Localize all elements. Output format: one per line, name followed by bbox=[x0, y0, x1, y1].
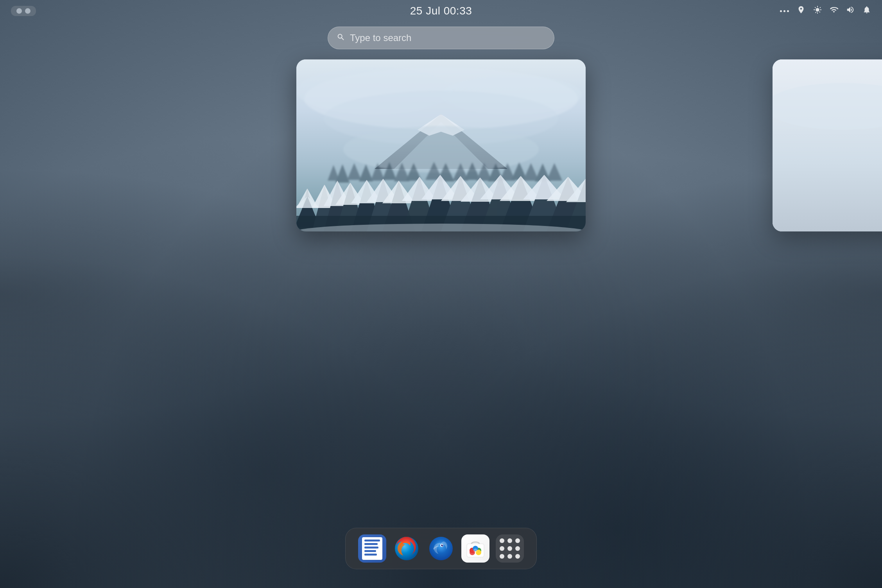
forest-svg bbox=[296, 59, 586, 231]
workspace-card-main[interactable] bbox=[296, 59, 586, 231]
grid-dot-3 bbox=[515, 538, 520, 543]
svg-point-65 bbox=[773, 83, 882, 130]
app-grid-graphic bbox=[496, 534, 524, 563]
svg-point-70 bbox=[442, 545, 443, 545]
notepad-line-3 bbox=[364, 547, 378, 549]
flathub-svg bbox=[464, 538, 486, 559]
notification-icon[interactable] bbox=[862, 5, 871, 16]
grid-dot-8 bbox=[507, 554, 512, 559]
top-bar: 25 Jul 00:33 bbox=[0, 0, 882, 22]
grid-dot-9 bbox=[515, 554, 520, 559]
svg-point-69 bbox=[441, 545, 443, 547]
window-dot-1 bbox=[16, 8, 22, 14]
wifi-icon[interactable] bbox=[830, 5, 838, 16]
more-dot-3 bbox=[787, 10, 789, 12]
app-grid-icon[interactable] bbox=[496, 534, 524, 563]
dock bbox=[345, 528, 537, 569]
svg-point-8 bbox=[343, 126, 539, 173]
notepad-line-1 bbox=[364, 540, 380, 541]
svg-point-78 bbox=[473, 549, 477, 552]
thunderbird-icon-svg bbox=[428, 535, 454, 562]
search-container bbox=[328, 27, 554, 49]
notepad-line-4 bbox=[364, 550, 376, 552]
top-bar-left bbox=[11, 6, 36, 16]
notepad-line-5 bbox=[364, 554, 377, 556]
secondary-preview bbox=[773, 59, 882, 231]
desktop-preview bbox=[296, 59, 586, 231]
volume-icon[interactable] bbox=[846, 5, 855, 16]
brightness-icon[interactable] bbox=[813, 5, 822, 16]
grid-dot-6 bbox=[515, 546, 520, 551]
window-dot-2 bbox=[25, 8, 30, 14]
location-icon[interactable] bbox=[797, 5, 805, 16]
grid-dot-2 bbox=[507, 538, 512, 543]
notepad-icon-graphic bbox=[362, 537, 382, 560]
flathub-icon-graphic bbox=[464, 537, 487, 560]
top-bar-center: 25 Jul 00:33 bbox=[410, 5, 472, 17]
top-bar-right bbox=[780, 5, 871, 16]
window-controls[interactable] bbox=[11, 6, 36, 16]
flathub-app-icon[interactable] bbox=[461, 534, 489, 563]
firefox-icon-svg bbox=[393, 535, 420, 562]
search-icon bbox=[337, 33, 345, 43]
workspace-card-secondary[interactable] bbox=[773, 59, 882, 231]
more-dot-1 bbox=[780, 10, 782, 12]
tray-more-button[interactable] bbox=[780, 10, 789, 12]
notepad-line-2 bbox=[364, 543, 378, 545]
more-dot-2 bbox=[783, 10, 785, 12]
thunderbird-app-icon[interactable] bbox=[427, 534, 455, 563]
datetime-display: 25 Jul 00:33 bbox=[410, 5, 472, 17]
grid-dot-5 bbox=[507, 546, 512, 551]
grid-dot-7 bbox=[500, 554, 504, 559]
grid-dot-1 bbox=[500, 538, 504, 543]
search-input[interactable] bbox=[350, 32, 545, 43]
notepad-app-icon[interactable] bbox=[358, 534, 386, 563]
svg-point-67 bbox=[429, 537, 453, 560]
search-bar[interactable] bbox=[328, 27, 554, 49]
firefox-app-icon[interactable] bbox=[393, 534, 421, 563]
secondary-scene-svg bbox=[773, 59, 882, 231]
grid-dot-4 bbox=[500, 546, 504, 551]
